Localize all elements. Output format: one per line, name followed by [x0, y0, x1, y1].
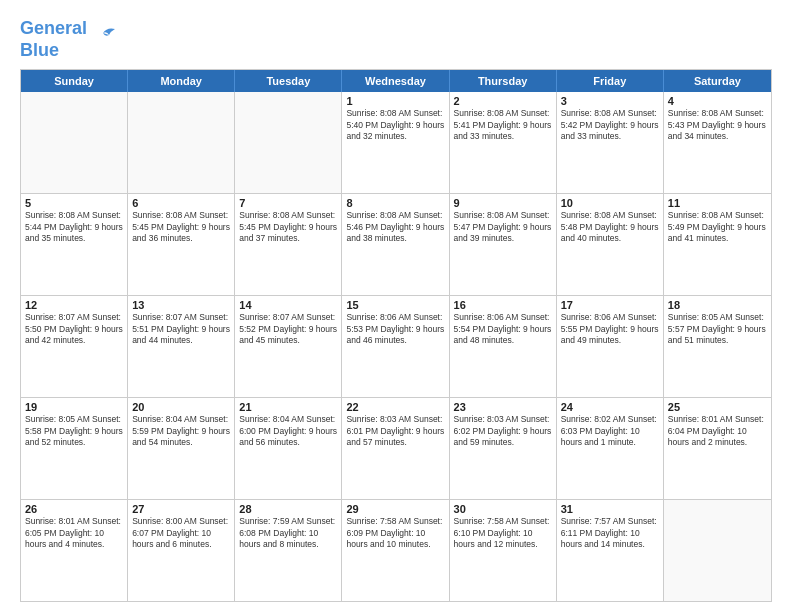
- calendar-cell-1-6: 11Sunrise: 8:08 AM Sunset: 5:49 PM Dayli…: [664, 194, 771, 295]
- cell-info: Sunrise: 8:08 AM Sunset: 5:46 PM Dayligh…: [346, 210, 444, 244]
- calendar-row-3: 19Sunrise: 8:05 AM Sunset: 5:58 PM Dayli…: [21, 397, 771, 499]
- calendar-cell-1-3: 8Sunrise: 8:08 AM Sunset: 5:46 PM Daylig…: [342, 194, 449, 295]
- cell-info: Sunrise: 8:03 AM Sunset: 6:01 PM Dayligh…: [346, 414, 444, 448]
- weekday-header-tuesday: Tuesday: [235, 70, 342, 92]
- calendar-cell-4-5: 31Sunrise: 7:57 AM Sunset: 6:11 PM Dayli…: [557, 500, 664, 601]
- day-number: 26: [25, 503, 123, 515]
- weekday-header-sunday: Sunday: [21, 70, 128, 92]
- day-number: 28: [239, 503, 337, 515]
- cell-info: Sunrise: 8:06 AM Sunset: 5:53 PM Dayligh…: [346, 312, 444, 346]
- day-number: 10: [561, 197, 659, 209]
- weekday-header-friday: Friday: [557, 70, 664, 92]
- calendar-cell-1-1: 6Sunrise: 8:08 AM Sunset: 5:45 PM Daylig…: [128, 194, 235, 295]
- day-number: 19: [25, 401, 123, 413]
- cell-info: Sunrise: 8:08 AM Sunset: 5:42 PM Dayligh…: [561, 108, 659, 142]
- calendar-row-1: 5Sunrise: 8:08 AM Sunset: 5:44 PM Daylig…: [21, 193, 771, 295]
- calendar-cell-3-4: 23Sunrise: 8:03 AM Sunset: 6:02 PM Dayli…: [450, 398, 557, 499]
- cell-info: Sunrise: 7:58 AM Sunset: 6:09 PM Dayligh…: [346, 516, 444, 550]
- calendar-row-0: 1Sunrise: 8:08 AM Sunset: 5:40 PM Daylig…: [21, 92, 771, 193]
- logo-text: General Blue: [20, 18, 87, 61]
- day-number: 2: [454, 95, 552, 107]
- day-number: 17: [561, 299, 659, 311]
- calendar-cell-4-0: 26Sunrise: 8:01 AM Sunset: 6:05 PM Dayli…: [21, 500, 128, 601]
- calendar-cell-1-2: 7Sunrise: 8:08 AM Sunset: 5:45 PM Daylig…: [235, 194, 342, 295]
- cell-info: Sunrise: 8:08 AM Sunset: 5:45 PM Dayligh…: [239, 210, 337, 244]
- day-number: 13: [132, 299, 230, 311]
- calendar-cell-2-5: 17Sunrise: 8:06 AM Sunset: 5:55 PM Dayli…: [557, 296, 664, 397]
- cell-info: Sunrise: 8:05 AM Sunset: 5:58 PM Dayligh…: [25, 414, 123, 448]
- day-number: 3: [561, 95, 659, 107]
- logo-general: General: [20, 18, 87, 38]
- calendar-cell-3-0: 19Sunrise: 8:05 AM Sunset: 5:58 PM Dayli…: [21, 398, 128, 499]
- cell-info: Sunrise: 7:58 AM Sunset: 6:10 PM Dayligh…: [454, 516, 552, 550]
- calendar-cell-2-0: 12Sunrise: 8:07 AM Sunset: 5:50 PM Dayli…: [21, 296, 128, 397]
- cell-info: Sunrise: 8:08 AM Sunset: 5:49 PM Dayligh…: [668, 210, 767, 244]
- cell-info: Sunrise: 8:07 AM Sunset: 5:52 PM Dayligh…: [239, 312, 337, 346]
- day-number: 20: [132, 401, 230, 413]
- cell-info: Sunrise: 7:57 AM Sunset: 6:11 PM Dayligh…: [561, 516, 659, 550]
- weekday-header-monday: Monday: [128, 70, 235, 92]
- day-number: 6: [132, 197, 230, 209]
- calendar-row-4: 26Sunrise: 8:01 AM Sunset: 6:05 PM Dayli…: [21, 499, 771, 601]
- calendar-cell-3-1: 20Sunrise: 8:04 AM Sunset: 5:59 PM Dayli…: [128, 398, 235, 499]
- weekday-header-saturday: Saturday: [664, 70, 771, 92]
- day-number: 18: [668, 299, 767, 311]
- day-number: 31: [561, 503, 659, 515]
- cell-info: Sunrise: 8:08 AM Sunset: 5:48 PM Dayligh…: [561, 210, 659, 244]
- calendar-header: SundayMondayTuesdayWednesdayThursdayFrid…: [21, 70, 771, 92]
- calendar-cell-1-0: 5Sunrise: 8:08 AM Sunset: 5:44 PM Daylig…: [21, 194, 128, 295]
- calendar-cell-2-1: 13Sunrise: 8:07 AM Sunset: 5:51 PM Dayli…: [128, 296, 235, 397]
- day-number: 25: [668, 401, 767, 413]
- cell-info: Sunrise: 8:08 AM Sunset: 5:43 PM Dayligh…: [668, 108, 767, 142]
- day-number: 22: [346, 401, 444, 413]
- calendar-cell-3-6: 25Sunrise: 8:01 AM Sunset: 6:04 PM Dayli…: [664, 398, 771, 499]
- day-number: 12: [25, 299, 123, 311]
- day-number: 16: [454, 299, 552, 311]
- calendar-cell-4-4: 30Sunrise: 7:58 AM Sunset: 6:10 PM Dayli…: [450, 500, 557, 601]
- cell-info: Sunrise: 8:02 AM Sunset: 6:03 PM Dayligh…: [561, 414, 659, 448]
- cell-info: Sunrise: 8:08 AM Sunset: 5:40 PM Dayligh…: [346, 108, 444, 142]
- calendar-cell-0-0: [21, 92, 128, 193]
- calendar-cell-0-4: 2Sunrise: 8:08 AM Sunset: 5:41 PM Daylig…: [450, 92, 557, 193]
- cell-info: Sunrise: 8:08 AM Sunset: 5:41 PM Dayligh…: [454, 108, 552, 142]
- day-number: 14: [239, 299, 337, 311]
- calendar-cell-3-5: 24Sunrise: 8:02 AM Sunset: 6:03 PM Dayli…: [557, 398, 664, 499]
- day-number: 9: [454, 197, 552, 209]
- day-number: 5: [25, 197, 123, 209]
- logo-blue: Blue: [20, 40, 59, 60]
- cell-info: Sunrise: 8:06 AM Sunset: 5:55 PM Dayligh…: [561, 312, 659, 346]
- calendar-cell-1-5: 10Sunrise: 8:08 AM Sunset: 5:48 PM Dayli…: [557, 194, 664, 295]
- day-number: 8: [346, 197, 444, 209]
- day-number: 30: [454, 503, 552, 515]
- day-number: 24: [561, 401, 659, 413]
- calendar-cell-0-2: [235, 92, 342, 193]
- cell-info: Sunrise: 8:05 AM Sunset: 5:57 PM Dayligh…: [668, 312, 767, 346]
- logo-bird-icon: [89, 25, 117, 47]
- calendar-cell-2-2: 14Sunrise: 8:07 AM Sunset: 5:52 PM Dayli…: [235, 296, 342, 397]
- cell-info: Sunrise: 8:08 AM Sunset: 5:44 PM Dayligh…: [25, 210, 123, 244]
- calendar-cell-4-1: 27Sunrise: 8:00 AM Sunset: 6:07 PM Dayli…: [128, 500, 235, 601]
- cell-info: Sunrise: 8:04 AM Sunset: 5:59 PM Dayligh…: [132, 414, 230, 448]
- calendar-cell-0-5: 3Sunrise: 8:08 AM Sunset: 5:42 PM Daylig…: [557, 92, 664, 193]
- day-number: 7: [239, 197, 337, 209]
- cell-info: Sunrise: 8:01 AM Sunset: 6:05 PM Dayligh…: [25, 516, 123, 550]
- calendar-cell-2-6: 18Sunrise: 8:05 AM Sunset: 5:57 PM Dayli…: [664, 296, 771, 397]
- calendar-cell-0-1: [128, 92, 235, 193]
- calendar-cell-0-6: 4Sunrise: 8:08 AM Sunset: 5:43 PM Daylig…: [664, 92, 771, 193]
- cell-info: Sunrise: 8:00 AM Sunset: 6:07 PM Dayligh…: [132, 516, 230, 550]
- day-number: 15: [346, 299, 444, 311]
- cell-info: Sunrise: 8:06 AM Sunset: 5:54 PM Dayligh…: [454, 312, 552, 346]
- page: General Blue SundayMondayTuesdayWednesda…: [0, 0, 792, 612]
- cell-info: Sunrise: 8:07 AM Sunset: 5:50 PM Dayligh…: [25, 312, 123, 346]
- day-number: 27: [132, 503, 230, 515]
- day-number: 29: [346, 503, 444, 515]
- cell-info: Sunrise: 7:59 AM Sunset: 6:08 PM Dayligh…: [239, 516, 337, 550]
- calendar-cell-4-3: 29Sunrise: 7:58 AM Sunset: 6:09 PM Dayli…: [342, 500, 449, 601]
- day-number: 23: [454, 401, 552, 413]
- calendar-cell-2-4: 16Sunrise: 8:06 AM Sunset: 5:54 PM Dayli…: [450, 296, 557, 397]
- calendar-cell-1-4: 9Sunrise: 8:08 AM Sunset: 5:47 PM Daylig…: [450, 194, 557, 295]
- cell-info: Sunrise: 8:08 AM Sunset: 5:47 PM Dayligh…: [454, 210, 552, 244]
- logo: General Blue: [20, 18, 117, 61]
- calendar-cell-2-3: 15Sunrise: 8:06 AM Sunset: 5:53 PM Dayli…: [342, 296, 449, 397]
- calendar-cell-0-3: 1Sunrise: 8:08 AM Sunset: 5:40 PM Daylig…: [342, 92, 449, 193]
